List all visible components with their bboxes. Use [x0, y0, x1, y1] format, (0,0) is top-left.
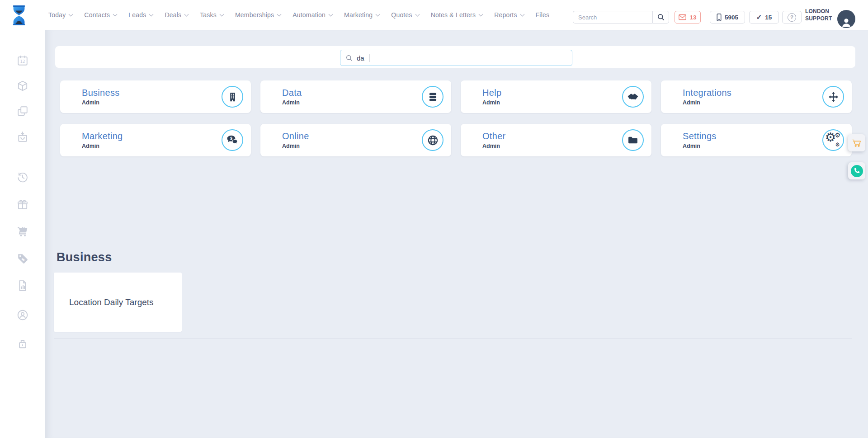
- folder-icon: [628, 136, 638, 144]
- result-card-location-daily-targets[interactable]: Location Daily Targets: [54, 273, 182, 332]
- category-title: Marketing: [82, 131, 222, 141]
- history-icon: [17, 171, 28, 183]
- menu-leads[interactable]: Leads: [128, 11, 153, 19]
- handshake-icon: [627, 93, 639, 101]
- mobile-phone-icon: [717, 14, 722, 21]
- user-label: LONDON SUPPORT: [805, 8, 832, 22]
- app-logo[interactable]: [10, 5, 28, 27]
- admin-category-grid: Business Admin Data Admin: [60, 80, 852, 156]
- sidebar-import-button[interactable]: [17, 131, 28, 142]
- category-card-marketing[interactable]: Marketing Admin $: [60, 124, 251, 156]
- sidebar-cart-button[interactable]: [17, 226, 28, 237]
- category-title: Data: [282, 88, 422, 98]
- messages-count: 13: [689, 14, 696, 21]
- envelope-icon: [679, 14, 686, 20]
- chevron-down-icon: [149, 12, 154, 16]
- phone-icon: [851, 165, 863, 177]
- global-search-input[interactable]: [573, 11, 652, 24]
- comments-dollar-icon: $: [226, 135, 238, 145]
- phone-float-button[interactable]: [848, 162, 865, 179]
- menu-memberships[interactable]: Memberships: [235, 11, 281, 19]
- search-icon: [657, 14, 665, 21]
- sms-count: 5905: [725, 14, 738, 21]
- category-subtitle: Admin: [482, 99, 622, 106]
- menu-contacts[interactable]: Contacts: [84, 11, 117, 19]
- sidebar-pricing-button[interactable]: $: [17, 253, 28, 264]
- menu-marketing[interactable]: Marketing: [344, 11, 379, 19]
- category-title: Help: [482, 88, 622, 98]
- sms-badge[interactable]: 5905: [710, 11, 745, 24]
- category-card-settings[interactable]: Settings Admin ⚙ ⚙ ⚙: [661, 124, 852, 156]
- clone-icon: [17, 105, 28, 117]
- category-card-integrations[interactable]: Integrations Admin: [661, 80, 852, 113]
- admin-content: da Business Admin: [45, 30, 868, 438]
- sidebar-security-button[interactable]: [17, 338, 28, 349]
- category-card-other[interactable]: Other Admin: [461, 124, 651, 156]
- menu-tasks[interactable]: Tasks: [200, 11, 223, 19]
- global-search: [573, 11, 669, 24]
- svg-text:$: $: [230, 137, 233, 141]
- main-menu: Today Contacts Leads Deals Tasks Members…: [48, 0, 549, 30]
- help-button[interactable]: ?: [782, 11, 802, 24]
- sidebar-packages-button[interactable]: [17, 80, 28, 92]
- sidebar-clone-button[interactable]: [17, 105, 28, 117]
- left-sidebar: 12: [0, 30, 45, 438]
- chevron-down-icon: [376, 12, 380, 16]
- menu-notes-letters[interactable]: Notes & Letters: [431, 11, 483, 19]
- global-search-button[interactable]: [652, 11, 669, 24]
- category-title: Settings: [683, 131, 822, 141]
- sidebar-reports-button[interactable]: [17, 280, 28, 292]
- user-clock-icon: [17, 309, 28, 321]
- cart-float-button[interactable]: [848, 134, 865, 151]
- category-subtitle: Admin: [683, 99, 822, 106]
- result-label: Location Daily Targets: [69, 297, 154, 307]
- category-title: Business: [82, 88, 222, 98]
- tasks-count: 15: [765, 14, 772, 21]
- category-subtitle: Admin: [82, 99, 222, 106]
- check-icon: ✓: [756, 13, 762, 21]
- hourglass-logo-icon: [10, 5, 28, 26]
- cube-icon: [17, 80, 28, 92]
- avatar[interactable]: [837, 10, 855, 28]
- svg-text:12: 12: [20, 59, 25, 64]
- chevron-down-icon: [113, 12, 118, 16]
- top-navbar: Today Contacts Leads Deals Tasks Members…: [0, 0, 868, 30]
- menu-today[interactable]: Today: [48, 11, 72, 19]
- menu-reports[interactable]: Reports: [494, 11, 524, 19]
- category-subtitle: Admin: [282, 143, 422, 149]
- price-tag-icon: $: [17, 253, 28, 264]
- category-subtitle: Admin: [282, 99, 422, 106]
- section-title: Business: [57, 250, 112, 264]
- category-card-data[interactable]: Data Admin: [260, 80, 451, 113]
- menu-deals[interactable]: Deals: [165, 11, 188, 19]
- bag-import-icon: [17, 131, 28, 142]
- category-card-business[interactable]: Business Admin: [60, 80, 251, 113]
- admin-search-input[interactable]: da: [340, 50, 572, 66]
- chevron-down-icon: [415, 12, 420, 16]
- menu-quotes[interactable]: Quotes: [391, 11, 419, 19]
- category-card-help[interactable]: Help Admin: [461, 80, 651, 113]
- category-card-online[interactable]: Online Admin: [260, 124, 451, 156]
- sidebar-history-button[interactable]: [17, 171, 28, 183]
- cart-icon: [17, 226, 28, 237]
- building-icon: [228, 92, 237, 102]
- tasks-badge[interactable]: ✓ 15: [749, 11, 779, 24]
- text-caret: [369, 54, 370, 62]
- menu-files[interactable]: Files: [536, 11, 550, 19]
- lock-icon: [17, 338, 28, 349]
- category-subtitle: Admin: [82, 143, 222, 149]
- shopping-cart-icon: [852, 139, 862, 147]
- report-file-icon: [17, 280, 28, 292]
- move-arrows-icon: [828, 92, 839, 102]
- menu-automation[interactable]: Automation: [292, 11, 332, 19]
- messages-badge[interactable]: 13: [675, 11, 701, 24]
- question-icon: ?: [788, 13, 796, 22]
- sidebar-calendar-button[interactable]: 12: [17, 55, 28, 66]
- sidebar-members-button[interactable]: [17, 309, 28, 321]
- person-icon: [840, 16, 852, 28]
- database-icon: [428, 92, 438, 102]
- category-subtitle: Admin: [683, 143, 822, 149]
- chevron-down-icon: [220, 12, 224, 16]
- category-subtitle: Admin: [482, 143, 622, 149]
- sidebar-gifts-button[interactable]: [17, 198, 28, 210]
